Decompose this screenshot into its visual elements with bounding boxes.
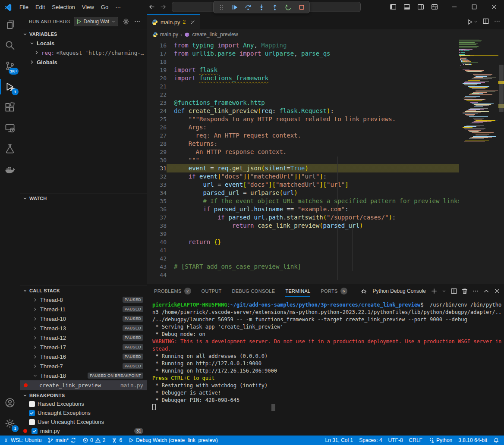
variable-req[interactable]: req: <Request 'http://charming-tro… bbox=[20, 48, 147, 57]
line-number[interactable]: 19 bbox=[147, 66, 167, 74]
code-line-27[interactable]: 27 req: An HTTP request context. bbox=[147, 132, 459, 140]
status-forwarded-ports[interactable]: 6 bbox=[108, 436, 125, 445]
call-stack-section-header[interactable]: CALL STACK bbox=[20, 285, 147, 295]
code-line-22[interactable]: 22 bbox=[147, 91, 459, 99]
menu-view[interactable]: View bbox=[79, 2, 98, 12]
activity-bar-docker[interactable] bbox=[0, 159, 20, 180]
line-number[interactable]: 30 bbox=[147, 156, 167, 164]
breakpoint-checkbox[interactable] bbox=[32, 428, 38, 434]
new-terminal-button[interactable] bbox=[431, 288, 438, 295]
line-number[interactable]: 20 bbox=[147, 74, 167, 82]
drag-handle[interactable] bbox=[217, 2, 226, 13]
terminal-more-actions-button[interactable] bbox=[472, 288, 479, 295]
activity-bar-manage[interactable]: 1 bbox=[0, 413, 20, 434]
tab-main-py[interactable]: main.py 2 bbox=[147, 14, 200, 29]
split-editor-button[interactable] bbox=[482, 18, 489, 26]
toggle-secondary-sidebar-button[interactable] bbox=[415, 2, 426, 12]
line-number[interactable]: 37 bbox=[147, 213, 167, 222]
panel-tab-debug-console[interactable]: DEBUG CONSOLE bbox=[232, 284, 275, 298]
terminal-profile-dropdown[interactable] bbox=[441, 288, 447, 294]
code-line-33[interactable]: 33 url = event["docs"]["matchedUrl"]["ur… bbox=[147, 181, 459, 189]
watch-section-header[interactable]: WATCH bbox=[20, 193, 147, 203]
code-line-21[interactable]: 21 bbox=[147, 82, 459, 91]
line-number[interactable]: 21 bbox=[147, 82, 167, 91]
line-number[interactable]: 26 bbox=[147, 123, 167, 132]
status-indentation[interactable]: Spaces: 4 bbox=[356, 436, 385, 445]
step-out-button[interactable] bbox=[270, 2, 280, 13]
status-eol[interactable]: CRLF bbox=[406, 436, 425, 445]
split-terminal-button[interactable] bbox=[450, 288, 457, 295]
line-number[interactable]: 28 bbox=[147, 140, 167, 148]
activity-bar-testing[interactable] bbox=[0, 138, 20, 159]
line-number[interactable]: 25 bbox=[147, 115, 167, 123]
line-number[interactable]: 32 bbox=[147, 172, 167, 181]
editor-more-actions-button[interactable] bbox=[494, 18, 501, 26]
line-number[interactable]: 34 bbox=[147, 189, 167, 197]
code-line-19[interactable]: 19import flask bbox=[147, 66, 459, 74]
code-line-39[interactable]: 39 bbox=[147, 230, 459, 238]
line-number[interactable]: 17 bbox=[147, 50, 167, 58]
line-number[interactable]: 35 bbox=[147, 197, 167, 205]
status-problems-summary[interactable]: 0 2 bbox=[79, 436, 108, 445]
code-line-26[interactable]: 26 Args: bbox=[147, 123, 459, 132]
line-number[interactable]: 23 bbox=[147, 99, 167, 107]
line-number[interactable]: 33 bbox=[147, 181, 167, 189]
breakpoint-checkbox[interactable] bbox=[29, 419, 35, 425]
status-debug-session[interactable]: Debug Watch (create_link_preview) bbox=[125, 436, 221, 445]
status-cursor-position[interactable]: Ln 31, Col 1 bbox=[322, 436, 356, 445]
code-line-18[interactable]: 18 bbox=[147, 58, 459, 66]
debug-settings-gear-button[interactable] bbox=[123, 18, 129, 25]
breakpoint-checkbox[interactable] bbox=[29, 410, 35, 416]
step-over-button[interactable] bbox=[243, 2, 253, 13]
call-stack-thread[interactable]: Thread-11 PAUSED bbox=[20, 304, 147, 314]
activity-bar-explorer[interactable] bbox=[0, 14, 20, 35]
line-number[interactable]: 40 bbox=[147, 238, 167, 246]
call-stack-thread[interactable]: Thread-8 PAUSED bbox=[20, 295, 147, 304]
code-line-34[interactable]: 34 parsed_url = urlparse(url) bbox=[147, 189, 459, 197]
code-line-23[interactable]: 23@functions_framework.http bbox=[147, 99, 459, 107]
line-number[interactable]: 42 bbox=[147, 254, 167, 263]
code-line-30[interactable]: 30 """ bbox=[147, 156, 459, 164]
status-python-interpreter[interactable]: 3.8.10 64-bit bbox=[455, 436, 490, 445]
line-number[interactable]: 38 bbox=[147, 222, 167, 230]
close-tab-icon[interactable] bbox=[190, 19, 195, 25]
breakpoint-checkbox[interactable] bbox=[29, 401, 35, 407]
line-number[interactable]: 39 bbox=[147, 230, 167, 238]
arrow-right-icon[interactable] bbox=[160, 3, 167, 10]
terminal-output[interactable]: pierrick@LAPTOP-HKU5PNNG:~/git/add-ons-s… bbox=[147, 298, 504, 436]
code-editor[interactable]: 16from typing import Any, Mapping 17from… bbox=[147, 40, 504, 284]
breakpoint-row[interactable]: main.py 31 bbox=[20, 426, 147, 436]
line-number[interactable]: 29 bbox=[147, 148, 167, 156]
menu-file[interactable]: File bbox=[16, 2, 32, 12]
code-line-44[interactable]: 44 bbox=[147, 271, 459, 279]
close-panel-button[interactable] bbox=[494, 288, 501, 295]
debug-views-more-button[interactable] bbox=[134, 18, 141, 25]
minimap[interactable] bbox=[459, 40, 498, 284]
line-number[interactable]: 36 bbox=[147, 205, 167, 213]
continue-button[interactable] bbox=[230, 2, 239, 13]
line-number[interactable]: 22 bbox=[147, 91, 167, 99]
code-line-40[interactable]: 40 return {} bbox=[147, 238, 459, 246]
panel-tab-output[interactable]: OUTPUT bbox=[202, 284, 222, 298]
terminal-instance-label[interactable]: Python Debug Console bbox=[373, 288, 426, 294]
activity-bar-run-and-debug[interactable]: 1 bbox=[0, 76, 20, 97]
run-python-file-button[interactable] bbox=[466, 19, 478, 25]
variables-section-header[interactable]: VARIABLES bbox=[20, 29, 147, 38]
code-line-29[interactable]: 29 An HTTP response context. bbox=[147, 148, 459, 156]
code-line-17[interactable]: 17from urllib.parse import urlparse, par… bbox=[147, 50, 459, 58]
editor-scrollbar[interactable] bbox=[498, 40, 504, 284]
panel-tab-ports[interactable]: PORTS 6 bbox=[321, 284, 347, 298]
line-number[interactable]: 18 bbox=[147, 58, 167, 66]
code-line-24[interactable]: 24def create_link_preview(req: flask.Req… bbox=[147, 107, 459, 115]
call-stack-thread[interactable]: Thread-17 PAUSED bbox=[20, 342, 147, 352]
status-encoding[interactable]: UTF-8 bbox=[385, 436, 406, 445]
call-stack-thread[interactable]: Thread-13 PAUSED bbox=[20, 323, 147, 333]
status-notifications-bell[interactable] bbox=[490, 436, 502, 445]
customize-layout-button[interactable] bbox=[429, 2, 440, 12]
maximize-button[interactable] bbox=[464, 0, 484, 14]
line-number[interactable]: 16 bbox=[147, 41, 167, 50]
breakpoint-row[interactable]: Uncaught Exceptions bbox=[20, 408, 147, 417]
minimize-button[interactable] bbox=[444, 0, 464, 14]
code-line-16[interactable]: 16from typing import Any, Mapping bbox=[147, 41, 459, 50]
line-number[interactable]: 31 bbox=[147, 164, 167, 172]
